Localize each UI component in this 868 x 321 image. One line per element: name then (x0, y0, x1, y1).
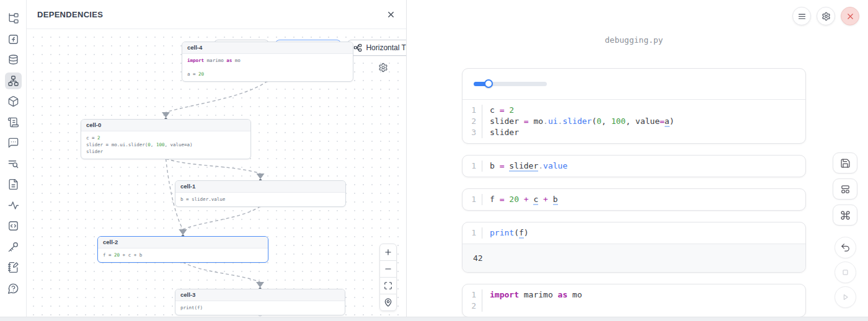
dependencies-panel: DEPENDENCIES Mini MapVertical TreeHorizo… (27, 0, 407, 321)
graph-icon (7, 75, 19, 87)
graph-node-code: b = slider.value (175, 193, 345, 206)
graph-node-title: cell-2 (98, 237, 268, 248)
package-icon (7, 95, 19, 107)
notebook-cells: 1c = 22slider = mo.ui.slider(0, 100, val… (462, 68, 806, 317)
sidebar-item-documentation[interactable] (5, 114, 22, 131)
sidebar-item-files[interactable] (5, 176, 22, 193)
sidebar-item-help[interactable] (5, 280, 22, 297)
graph-node-cell-2[interactable]: cell-2f = 20 + c + b (97, 236, 268, 263)
slider-output (463, 69, 805, 100)
notebook-cell-4: 1print(f)42 (462, 222, 806, 273)
dependencies-title: DEPENDENCIES (37, 10, 103, 19)
dependency-graph[interactable]: Mini MapVertical TreeHorizontal Tree cel… (27, 29, 406, 317)
helper-sidebar (0, 0, 27, 321)
cell-editor[interactable]: 1f = 20 + c + b (463, 189, 805, 210)
sidebar-item-dependencies[interactable] (5, 73, 22, 89)
zoom-out-button[interactable] (379, 260, 397, 278)
graph-node-cell-3[interactable]: cell-3print(f) (175, 289, 345, 315)
sidebar-item-variables[interactable] (5, 31, 22, 48)
stop-icon (840, 267, 851, 278)
graph-node-title: cell-3 (175, 289, 345, 301)
line-number: 1 (463, 289, 482, 301)
sidebar-item-scratchpad[interactable] (5, 259, 22, 276)
graph-node-code: import marimo as mo a = 20 (182, 54, 353, 81)
toggle-layout-button[interactable] (833, 178, 857, 200)
file-icon (7, 178, 19, 190)
graph-node-cell-1[interactable]: cell-1b = slider.value (175, 180, 346, 207)
sidebar-item-chat[interactable] (5, 134, 22, 151)
line-number: 1 (463, 194, 482, 205)
cell-output: 42 (463, 244, 805, 272)
sidebar-item-tracing[interactable] (5, 197, 22, 214)
center-view-button[interactable] (379, 294, 397, 311)
play-icon (840, 292, 851, 302)
cell-editor[interactable]: 1print(f) (463, 222, 805, 244)
menu-icon (797, 12, 807, 21)
slider-thumb[interactable] (484, 79, 493, 88)
notebook-cell-3: 1f = 20 + c + b (462, 188, 806, 211)
graph-node-title: cell-0 (81, 120, 250, 131)
graph-settings-button[interactable] (378, 63, 388, 73)
close-panel-button[interactable] (386, 10, 396, 19)
graph-node-title: cell-1 (175, 181, 345, 193)
line-number: 1 (463, 105, 482, 116)
interrupt-button[interactable] (835, 262, 856, 283)
sidebar-item-file-tree[interactable] (5, 10, 22, 27)
sidebar-item-logs[interactable] (5, 156, 22, 172)
graph-node-cell-0[interactable]: cell-0c = 2slider = mo.ui.slider(0, 100,… (81, 119, 251, 159)
shutdown-button[interactable] (841, 7, 859, 25)
gear-icon (822, 12, 831, 21)
keyboard-shortcuts-button[interactable] (833, 204, 857, 226)
cell-editor[interactable]: 1c = 22slider = mo.ui.slider(0, 100, val… (463, 100, 805, 143)
slider-track[interactable] (474, 82, 547, 86)
zoom-in-button[interactable] (379, 244, 397, 261)
fit-view-button[interactable] (379, 277, 397, 294)
line-number: 2 (463, 116, 482, 127)
notebook-cell-5: 1import marimo as mo2 (462, 284, 806, 317)
line-number: 1 (463, 227, 482, 239)
maximize-icon (384, 281, 392, 290)
close-icon (846, 12, 855, 21)
graph-zoom-controls (379, 244, 397, 311)
horizontal-scrollbar[interactable] (0, 317, 868, 321)
run-cells-button[interactable] (835, 286, 856, 308)
notebook-cell-2: 1b = slider.value (462, 155, 806, 177)
gear-icon (378, 63, 388, 73)
cell-editor[interactable]: 1import marimo as mo2 (463, 284, 805, 317)
tree-icon (7, 12, 19, 24)
scroll-icon (7, 117, 19, 128)
undo-button[interactable] (835, 237, 856, 258)
marimo-app: DEPENDENCIES Mini MapVertical TreeHorizo… (0, 0, 868, 321)
line-number: 2 (463, 301, 482, 312)
graph-node-code: c = 2slider = mo.ui.slider(0, 100, value… (81, 131, 250, 159)
cell-editor[interactable]: 1b = slider.value (463, 156, 805, 177)
notebook-action-buttons (833, 152, 857, 311)
pin-icon (384, 298, 392, 307)
save-notebook-button[interactable] (833, 152, 857, 174)
notebook-filename: debugging.py (462, 35, 806, 45)
close-icon (386, 10, 396, 19)
activity-icon (7, 200, 19, 211)
sidebar-item-secrets[interactable] (5, 239, 22, 255)
list-search-icon (7, 158, 19, 170)
notebook-icon (7, 262, 19, 273)
command-icon (840, 210, 851, 221)
notebook-menu-button[interactable] (792, 7, 811, 25)
minus-icon (384, 265, 392, 273)
key-icon (7, 241, 19, 253)
notebook-cell-1: 1c = 22slider = mo.ui.slider(0, 100, val… (462, 68, 806, 144)
notebook-topbar (792, 7, 859, 25)
code-square-icon (7, 220, 19, 232)
notebook-panel: debugging.py 1c = 22slider = mo.ui.slide… (407, 0, 868, 321)
sidebar-item-snippets[interactable] (5, 218, 22, 234)
line-number: 3 (463, 127, 482, 138)
graph-node-cell-4[interactable]: cell-4import marimo as mo a = 20 (182, 42, 353, 82)
layout-icon (840, 184, 851, 195)
notebook-settings-button[interactable] (817, 7, 835, 25)
sidebar-item-data-sources[interactable] (5, 51, 22, 68)
sidebar-item-packages[interactable] (5, 93, 22, 110)
plus-icon (384, 248, 392, 257)
htree-icon (353, 43, 362, 52)
graph-node-code: f = 20 + c + b (98, 248, 268, 262)
view-button-horizontal-tree[interactable]: Horizontal Tree (347, 40, 406, 56)
